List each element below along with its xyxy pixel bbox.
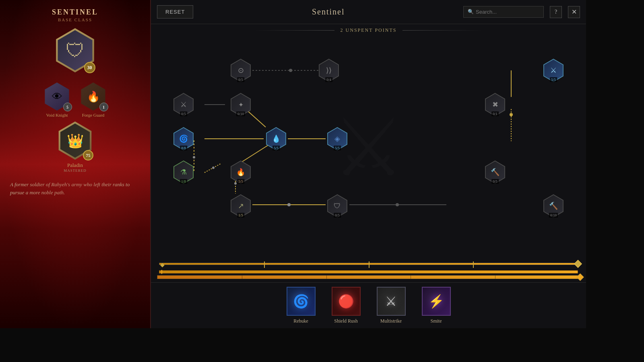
main-class-icon[interactable]: 🛡 30 xyxy=(53,28,97,72)
skill-progress-bar-full xyxy=(157,275,580,279)
svg-point-1 xyxy=(289,69,292,72)
exp-bar xyxy=(159,270,578,274)
void-knight-label: Void Knight xyxy=(46,113,68,117)
node-13[interactable]: 🛡 0/5 xyxy=(326,194,349,218)
left-panel: Sentinel Base Class 🛡 30 👁 5 Void Knight… xyxy=(0,0,151,328)
node-7[interactable]: 💧 5/5 xyxy=(264,127,288,150)
svg-point-16 xyxy=(396,203,399,206)
shield-rush-label: Shield Rush xyxy=(334,318,357,324)
skill-rebuke[interactable]: 🌀 Rebuke xyxy=(287,287,316,324)
svg-point-9 xyxy=(212,167,215,169)
smite-label: Smite xyxy=(430,318,442,324)
base-class-label: Base Class xyxy=(58,17,92,22)
node-6[interactable]: 🌀 8/8 xyxy=(172,127,195,150)
reset-button[interactable]: Reset xyxy=(157,5,193,19)
forge-guard-class[interactable]: 🔥 1 Forge Guard xyxy=(79,82,107,117)
svg-line-8 xyxy=(204,163,221,173)
node-14[interactable]: 🔨 0/10 xyxy=(542,194,565,218)
search-input[interactable] xyxy=(476,9,532,15)
rebuke-icon[interactable]: 🌀 xyxy=(287,287,316,316)
node-2[interactable]: ⟩⟩ 0/4 xyxy=(317,59,341,82)
node-3[interactable]: ⚔ 0/5 xyxy=(172,93,195,116)
unspent-points-label: 2 Unspent Points xyxy=(341,27,397,33)
paladin-label: Paladin xyxy=(67,162,83,169)
skill-bottom: 🌀 Rebuke 🔴 Shield Rush ⚔ Multistrike ⚡ S… xyxy=(151,282,586,328)
paladin-level: 75 xyxy=(83,150,93,160)
class-description: A former soldier of Rahyeh's army who le… xyxy=(0,173,150,204)
svg-point-14 xyxy=(287,203,291,206)
svg-point-7 xyxy=(193,156,195,158)
search-box: 🔍 xyxy=(463,6,544,18)
main-level-badge: 30 xyxy=(84,62,95,73)
multistrike-icon[interactable]: ⚔ xyxy=(377,287,406,316)
node-10[interactable]: 🔥 5/5 xyxy=(229,160,252,184)
shield-rush-icon[interactable]: 🔴 xyxy=(332,287,361,316)
search-icon: 🔍 xyxy=(468,9,474,15)
progress-bar-container: ◆ xyxy=(151,260,586,268)
node-12[interactable]: ↗ 1/5 xyxy=(229,194,252,218)
top-bar: Reset Sentinel 🔍 ? ✕ xyxy=(151,0,586,24)
unspent-points-bar: 2 Unspent Points xyxy=(151,24,586,37)
smite-icon[interactable]: ⚡ xyxy=(422,287,451,316)
forge-guard-label: Forge Guard xyxy=(82,113,105,117)
paladin-class[interactable]: 👑 75 Paladin Mastered xyxy=(56,121,94,173)
svg-point-19 xyxy=(510,113,513,116)
rebuke-label: Rebuke xyxy=(293,318,308,324)
node-8[interactable]: ◈ 5/5 xyxy=(326,127,349,150)
class-tree: 🛡 30 👁 5 Void Knight 🔥 1 Forge Guard xyxy=(0,28,150,173)
close-button[interactable]: ✕ xyxy=(568,6,580,18)
node-11[interactable]: 🔨 0/5 xyxy=(483,160,507,184)
progress-bar-track: ◆ xyxy=(159,263,578,265)
skill-multistrike[interactable]: ⚔ Multistrike xyxy=(377,287,406,324)
sentinel-title: Sentinel xyxy=(52,8,98,16)
right-panel: Reset Sentinel 🔍 ? ✕ 2 Unspent Points ⚔ xyxy=(151,0,586,328)
node-1[interactable]: ⊙ 0/5 xyxy=(229,59,252,82)
panel-title: Sentinel xyxy=(199,7,457,16)
sub-classes: 👁 5 Void Knight 🔥 1 Forge Guard xyxy=(43,82,107,117)
connector-lines xyxy=(151,37,586,257)
node-4[interactable]: ✦ 0/10 xyxy=(229,93,252,116)
node-9[interactable]: ⚗ 1/8 xyxy=(172,160,195,184)
paladin-mastered-label: Mastered xyxy=(64,169,87,173)
skill-tree-area: ⚔ xyxy=(151,37,586,257)
skill-shield-rush[interactable]: 🔴 Shield Rush xyxy=(332,287,361,324)
help-button[interactable]: ? xyxy=(550,6,562,18)
forge-guard-level: 1 xyxy=(99,103,108,111)
multistrike-label: Multistrike xyxy=(380,318,402,324)
void-knight-level: 5 xyxy=(63,103,72,111)
void-knight-class[interactable]: 👁 5 Void Knight xyxy=(43,82,71,117)
skill-smite[interactable]: ⚡ Smite xyxy=(422,287,451,324)
node-top-right[interactable]: ⚔ 5/5 xyxy=(542,59,565,82)
node-5[interactable]: ✖ 0/1 xyxy=(483,93,507,116)
